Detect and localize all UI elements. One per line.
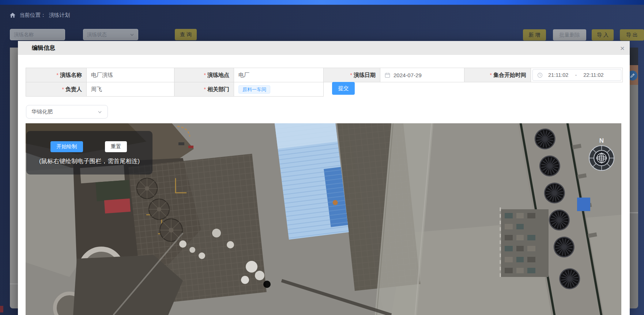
close-icon[interactable]: × bbox=[618, 44, 627, 53]
search-button[interactable]: 查 询 bbox=[175, 29, 197, 40]
add-button[interactable]: 新 增 bbox=[523, 29, 546, 41]
calendar-icon bbox=[385, 72, 390, 78]
dimmed-map-fragment bbox=[0, 306, 3, 312]
drill-status-placeholder: 演练状态 bbox=[87, 31, 107, 38]
clock-icon bbox=[537, 72, 543, 78]
draw-control-panel: 开始绘制 重置 (鼠标右键绘制电子围栏，需首尾相连) bbox=[26, 131, 152, 175]
breadcrumb: 当前位置： 演练计划 bbox=[10, 12, 70, 19]
window-top-accent bbox=[0, 0, 644, 5]
drill-name-field[interactable]: 电厂演练 bbox=[86, 68, 174, 82]
breadcrumb-prefix: 当前位置： bbox=[19, 12, 46, 19]
department-field[interactable]: 原料一车间 bbox=[234, 82, 324, 97]
edit-info-modal: 编辑信息 × *演练名称 电厂演练 *演练地点 电厂 *演练日期 2024-07… bbox=[18, 41, 630, 315]
chevron-down-icon bbox=[130, 33, 134, 37]
map-canvas[interactable]: N 开始绘制 重置 (鼠标右键绘制电子围栏，需首尾相连) bbox=[26, 123, 621, 315]
department-tag[interactable]: 原料一车间 bbox=[238, 85, 270, 94]
time-start[interactable]: 21:11:02 bbox=[548, 72, 568, 78]
time-separator: - bbox=[575, 72, 577, 78]
import-button[interactable]: 导 入 bbox=[592, 29, 614, 41]
company-select-value: 华锦化肥 bbox=[31, 108, 53, 115]
company-select[interactable]: 华锦化肥 bbox=[26, 105, 108, 119]
drill-name-label: *演练名称 bbox=[26, 68, 87, 82]
breadcrumb-current: 演练计划 bbox=[49, 12, 70, 19]
drill-location-label: *演练地点 bbox=[174, 68, 234, 82]
time-end[interactable]: 22:11:02 bbox=[583, 72, 603, 78]
drill-date-field[interactable]: 2024-07-29 bbox=[380, 68, 464, 82]
dimmed-table-left-edge bbox=[10, 48, 18, 308]
edit-icon bbox=[630, 73, 635, 78]
leader-label: *负责人 bbox=[26, 82, 87, 97]
submit-button[interactable]: 提交 bbox=[332, 82, 355, 95]
dimmed-table-right-edge bbox=[630, 48, 638, 308]
batch-delete-button[interactable]: 批量删除 bbox=[553, 29, 586, 41]
app-screen: 当前位置： 演练计划 演练状态 查 询 新 增 批量删除 导 入 导 出 编辑信… bbox=[0, 0, 644, 315]
modal-header bbox=[18, 41, 630, 55]
export-button[interactable]: 导 出 bbox=[620, 29, 644, 41]
chevron-down-icon bbox=[97, 109, 102, 115]
drill-location-field[interactable]: 电厂 bbox=[234, 68, 324, 82]
drill-status-select[interactable]: 演练状态 bbox=[83, 29, 138, 40]
compass-north-label: N bbox=[599, 137, 604, 144]
drill-name-search-input[interactable] bbox=[10, 29, 65, 40]
draw-hint-text: (鼠标右键绘制电子围栏，需首尾相连) bbox=[26, 157, 152, 165]
start-draw-button[interactable]: 开始绘制 bbox=[50, 141, 83, 152]
leader-field[interactable]: 周飞 bbox=[86, 82, 174, 97]
assembly-time-label: *集合开始时间 bbox=[464, 68, 531, 82]
modal-title: 编辑信息 bbox=[32, 41, 55, 55]
reset-button[interactable]: 重置 bbox=[105, 141, 127, 152]
drill-date-label: *演练日期 bbox=[323, 68, 380, 82]
assembly-time-field[interactable]: 21:11:02 - 22:11:02 bbox=[531, 68, 623, 82]
department-label: *相关部门 bbox=[174, 82, 234, 97]
home-icon bbox=[10, 12, 16, 18]
